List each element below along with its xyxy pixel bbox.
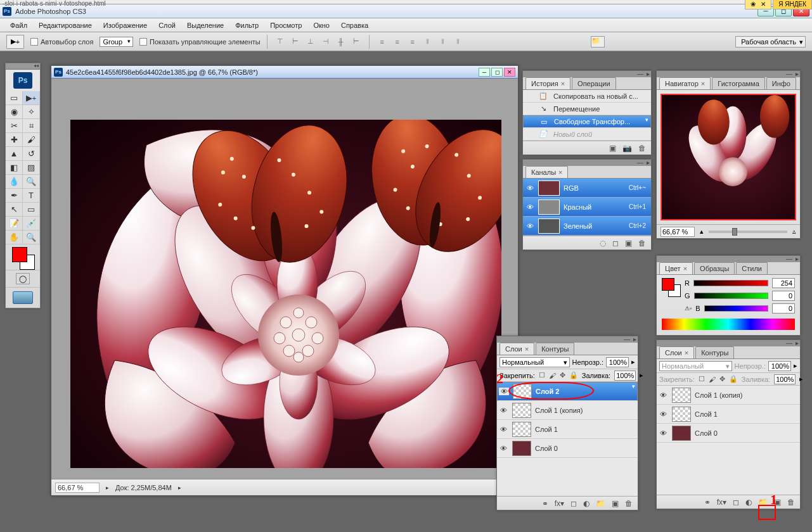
tools-panel-header[interactable]: [6, 63, 40, 70]
zoom-in-icon[interactable]: ▵: [792, 227, 796, 236]
document-titlebar[interactable]: Ps 45e2c6ea41455f6f98eb6d4402de1385.jpg …: [51, 66, 518, 79]
blur-tool[interactable]: 💧: [6, 175, 23, 189]
fg-swatch[interactable]: [12, 247, 27, 262]
new-layer-icon[interactable]: ▣: [774, 498, 781, 507]
tab-paths[interactable]: Контуры: [695, 346, 734, 358]
blend-mode-select[interactable]: Нормальный: [499, 357, 570, 367]
zoom-steppers[interactable]: ▸: [106, 484, 109, 491]
fx-icon[interactable]: fx▾: [717, 498, 726, 507]
mask-icon[interactable]: ◻: [733, 498, 739, 507]
brush-tool[interactable]: 🖌: [23, 133, 40, 147]
zoom-tool[interactable]: 🔍: [23, 231, 40, 244]
eye-icon[interactable]: 👁: [498, 426, 508, 433]
link-icon[interactable]: ⚭: [542, 499, 548, 508]
navigator-thumbnail[interactable]: [661, 94, 796, 220]
eye-icon[interactable]: 👁: [658, 429, 668, 437]
shape-tool[interactable]: ▭: [23, 203, 40, 217]
eye-icon[interactable]: 👁: [658, 391, 668, 399]
dist-2-icon[interactable]: ≡: [391, 36, 404, 48]
eyedropper-tool[interactable]: 💉: [23, 217, 40, 231]
heal-tool[interactable]: ✚: [6, 133, 23, 147]
align-right-icon[interactable]: ⊢: [350, 36, 363, 48]
history-brush-tool[interactable]: ↺: [23, 147, 40, 161]
align-vcenter-icon[interactable]: ⊢: [289, 36, 302, 48]
pen-tool[interactable]: ✒: [6, 189, 23, 203]
zoom-out-icon[interactable]: ▴: [700, 227, 704, 236]
lasso-tool[interactable]: ◉: [6, 105, 23, 119]
panel-minimize-icon[interactable]: —: [637, 70, 643, 77]
tab-histogram[interactable]: Гистограмма: [712, 77, 765, 89]
r-value[interactable]: 254: [772, 278, 795, 288]
fill-input[interactable]: 100%: [614, 370, 636, 381]
align-left-icon[interactable]: ⊣: [319, 36, 332, 48]
color-spectrum[interactable]: [662, 319, 795, 330]
adjustment-icon[interactable]: ◐: [583, 499, 590, 508]
stamp-tool[interactable]: ▲: [6, 147, 23, 161]
b-value[interactable]: 0: [772, 303, 795, 314]
menu-view[interactable]: Просмотр: [265, 20, 307, 31]
dist-4-icon[interactable]: ⫴: [422, 36, 434, 48]
delete-icon[interactable]: 🗑: [638, 144, 646, 153]
eye-icon[interactable]: 👁: [498, 445, 508, 452]
menu-image[interactable]: Изображение: [98, 20, 152, 31]
history-item[interactable]: ↘Перемещение: [523, 103, 651, 115]
new-channel-icon[interactable]: ▣: [625, 239, 632, 248]
opacity-input[interactable]: 100%: [768, 361, 791, 371]
tab-color[interactable]: Цвет×: [659, 262, 693, 274]
bridge-icon[interactable]: 📁: [591, 36, 605, 48]
zoom-input[interactable]: 66,67 %: [55, 483, 100, 493]
slice-tool[interactable]: ⌗: [23, 119, 40, 133]
align-top-icon[interactable]: ⊤: [274, 36, 287, 48]
dist-6-icon[interactable]: ⫴: [452, 36, 465, 48]
nav-zoom-slider[interactable]: [709, 231, 787, 233]
menu-help[interactable]: Справка: [336, 20, 373, 31]
layer-row[interactable]: 👁Слой 1 (копия): [657, 386, 800, 405]
active-tool-indicator[interactable]: ▶+: [6, 35, 24, 49]
history-item[interactable]: 📄Новый слой: [523, 128, 651, 141]
delete-channel-icon[interactable]: 🗑: [638, 239, 646, 248]
eye-icon[interactable]: 👁: [658, 410, 668, 418]
layer-row[interactable]: 👁Слой 0: [497, 439, 638, 458]
lock-paint-icon[interactable]: 🖌: [709, 376, 716, 383]
layer-row[interactable]: 👁Слой 1 (копия): [497, 401, 638, 420]
link-icon[interactable]: ⚭: [704, 498, 711, 507]
doc-minimize[interactable]: ─: [479, 68, 490, 77]
g-slider[interactable]: [694, 293, 768, 299]
doc-close[interactable]: ✕: [504, 68, 515, 77]
menu-edit[interactable]: Редактирование: [34, 20, 97, 31]
wand-tool[interactable]: ✧: [23, 105, 40, 119]
delete-layer-icon[interactable]: 🗑: [787, 498, 795, 507]
history-item[interactable]: ▭Свободное Трансфор...: [523, 115, 651, 128]
new-doc-from-state-icon[interactable]: ▣: [609, 144, 616, 153]
tab-info[interactable]: Инфо: [766, 77, 796, 89]
lock-all-icon[interactable]: 🔒: [569, 371, 578, 379]
menu-filter[interactable]: Фильтр: [230, 20, 264, 31]
load-selection-icon[interactable]: ◌: [600, 239, 606, 248]
eye-icon[interactable]: 👁: [525, 222, 534, 230]
menu-file[interactable]: Файл: [5, 20, 32, 31]
dist-3-icon[interactable]: ≡: [406, 36, 419, 48]
align-hcenter-icon[interactable]: ╫: [335, 36, 347, 48]
fill-input[interactable]: 100%: [774, 374, 796, 384]
channel-row[interactable]: 👁КрасныйCtrl+1: [523, 198, 651, 217]
group-icon[interactable]: 📁: [596, 499, 605, 508]
color-swatches[interactable]: [6, 244, 40, 270]
notes-tool[interactable]: 📝: [6, 217, 23, 231]
eye-icon[interactable]: 👁: [525, 203, 534, 211]
adjustment-icon[interactable]: ◐: [745, 498, 752, 507]
channel-row[interactable]: 👁ЗеленыйCtrl+2: [523, 217, 651, 236]
tab-styles[interactable]: Стили: [736, 262, 768, 274]
tab-actions[interactable]: Операции: [572, 77, 615, 89]
align-bottom-icon[interactable]: ⊥: [304, 36, 317, 48]
nav-zoom-input[interactable]: [661, 227, 695, 237]
quickmask-button[interactable]: ◯: [16, 273, 30, 284]
lock-move-icon[interactable]: ✥: [560, 371, 565, 379]
marquee-tool[interactable]: ▭: [6, 91, 23, 105]
color-swatch-pair[interactable]: [662, 278, 681, 297]
autoselect-type-select[interactable]: Group: [100, 37, 133, 47]
layer-row[interactable]: 👁Слой 1: [497, 420, 638, 439]
lock-paint-icon[interactable]: 🖌: [549, 372, 556, 379]
g-value[interactable]: 0: [772, 291, 795, 301]
lock-trans-icon[interactable]: ☐: [539, 371, 545, 379]
group-icon[interactable]: 📁: [758, 498, 768, 507]
